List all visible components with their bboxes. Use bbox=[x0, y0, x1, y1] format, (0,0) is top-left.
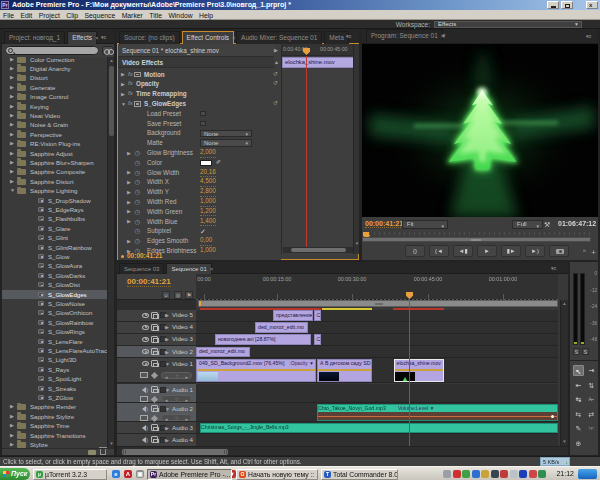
chevron-collapsed-icon[interactable]: ▶ bbox=[165, 426, 169, 431]
parameter-value[interactable]: 2,800 bbox=[200, 187, 216, 197]
tool-rate-stretch[interactable]: ↹ bbox=[573, 394, 584, 405]
track-header-audio-3[interactable]: ▶Audio 3 bbox=[117, 422, 196, 434]
clip-049-sd-background2-mov-76-45-[interactable]: 049_SD_Background2.mov [76,45%]:Opacity … bbox=[196, 359, 316, 382]
preset-button[interactable] bbox=[200, 121, 206, 126]
chevron-collapsed-icon[interactable]: ▶ bbox=[10, 414, 14, 419]
menu-help[interactable]: Help bbox=[199, 12, 213, 20]
chevron-collapsed-icon[interactable]: ▶ bbox=[10, 169, 14, 174]
tree-item-s-glowaura[interactable]: S_GlowAura bbox=[2, 261, 107, 270]
add-keyframe-icon[interactable]: ○ bbox=[175, 396, 179, 402]
waveform-toggle-icon[interactable] bbox=[151, 405, 158, 412]
track-content[interactable]: ded_moroz_edit.mo bbox=[196, 322, 558, 334]
menu-edit[interactable]: Edit bbox=[20, 12, 32, 20]
chevron-collapsed-icon[interactable]: ▶ bbox=[10, 433, 14, 438]
ec-row-matte[interactable]: MatteNone▼ bbox=[118, 138, 281, 148]
tree-item-s-glow[interactable]: S_Glow bbox=[2, 252, 107, 261]
chevron-expanded-icon[interactable]: ▼ bbox=[165, 388, 170, 393]
encore-marker-icon[interactable]: ◎ bbox=[174, 291, 182, 299]
ec-row-width-red[interactable]: ▶◷Width Red1,000 bbox=[118, 197, 281, 207]
chevron-collapsed-icon[interactable]: ▶ bbox=[127, 200, 131, 205]
track-content[interactable]: 049_SD_Background2.mov [76,45%]:Opacity … bbox=[196, 358, 558, 382]
menu-sequence[interactable]: Sequence bbox=[85, 12, 116, 20]
tree-item-sapphire-transitions[interactable]: ▶Sapphire Transitions bbox=[2, 431, 107, 440]
tree-item-sapphire-render[interactable]: ▶Sapphire Render bbox=[2, 402, 107, 411]
start-button[interactable]: Пуск bbox=[0, 468, 30, 480]
tree-item-neat-video[interactable]: ▶Neat Video bbox=[2, 111, 107, 120]
add-button-icon[interactable]: + bbox=[591, 248, 596, 257]
tree-item-keying[interactable]: ▶Keying bbox=[2, 102, 107, 111]
waveform-toggle-icon[interactable] bbox=[151, 424, 158, 431]
speaker-icon[interactable] bbox=[142, 425, 146, 431]
tray-ati-icon[interactable] bbox=[453, 470, 461, 478]
tab-program[interactable]: Program: Sequence 01 ▼ × bbox=[366, 29, 443, 42]
tree-item-distort[interactable]: ▶Distort bbox=[2, 73, 107, 82]
chevron-collapsed-icon[interactable]: ▶ bbox=[10, 132, 14, 137]
parameter-dropdown[interactable]: None▼ bbox=[200, 130, 252, 138]
menu-project[interactable]: Project bbox=[39, 12, 60, 20]
close-icon[interactable]: × bbox=[232, 32, 236, 44]
keyframe-icon[interactable] bbox=[151, 396, 158, 403]
clip-christmas-songs-jingle-bells-mp3[interactable]: Christmas_Songs_-_Jingle_Bells.mp3 bbox=[200, 423, 558, 434]
tree-item-s-glowrings[interactable]: S_GlowRings bbox=[2, 327, 107, 336]
transport-export-frame-button[interactable] bbox=[549, 245, 569, 257]
tree-item-sapphire-lighting[interactable]: ▼Sapphire Lighting bbox=[2, 186, 107, 195]
next-keyframe-icon[interactable]: ▸ bbox=[185, 374, 188, 380]
tool-slip[interactable]: ⇆ bbox=[573, 409, 584, 420]
tray-network-icon[interactable] bbox=[472, 470, 480, 478]
stopwatch-icon[interactable]: ◷ bbox=[135, 187, 141, 197]
keyframe-dot[interactable] bbox=[551, 415, 554, 418]
ec-timecode[interactable]: 00:00:41:21 bbox=[127, 252, 162, 259]
ec-row-background[interactable]: BackgroundNone▼ bbox=[118, 128, 281, 138]
speaker-icon[interactable] bbox=[142, 437, 146, 443]
chevron-collapsed-icon[interactable]: ▶ bbox=[10, 94, 14, 99]
film-icon[interactable] bbox=[151, 324, 158, 331]
menu-window[interactable]: Window bbox=[168, 12, 192, 20]
clip-keyframe-dropdown[interactable]: :Opacity ▼ bbox=[289, 360, 314, 366]
panel-menu-icon[interactable]: ▾≡ bbox=[586, 33, 595, 39]
tool-slide[interactable]: ⇄ bbox=[586, 409, 597, 420]
parameter-dropdown[interactable]: None▼ bbox=[200, 139, 252, 147]
track-content[interactable]: ded_moroz_edit.mo bbox=[196, 346, 558, 358]
ec-row-width-blue[interactable]: ▶◷Width Blue1,400 bbox=[118, 217, 281, 227]
transport-step-back-button[interactable]: ◄▮ bbox=[453, 245, 473, 257]
chevron-collapsed-icon[interactable]: ▶ bbox=[10, 122, 14, 127]
display-style-icon[interactable] bbox=[140, 372, 148, 378]
add-keyframe-icon[interactable]: ○ bbox=[175, 415, 179, 421]
preset-button[interactable] bbox=[200, 111, 206, 116]
marker-icon[interactable]: ⚑ bbox=[185, 291, 193, 299]
chevron-collapsed-icon[interactable]: ▶ bbox=[10, 404, 14, 409]
transport-go-to-out-button[interactable]: ►} bbox=[525, 245, 545, 257]
ec-clip-bar[interactable]: elochka_shine.mov bbox=[282, 57, 354, 68]
tree-item-s-dropshadow[interactable]: S_DropShadow bbox=[2, 196, 107, 205]
tab-sequence-03[interactable]: Sequence 03 bbox=[119, 263, 164, 274]
tray-punto-icon[interactable] bbox=[519, 470, 527, 478]
tree-item-sapphire-time[interactable]: ▶Sapphire Time bbox=[2, 421, 107, 430]
chevron-collapsed-icon[interactable]: ▶ bbox=[10, 160, 14, 165]
chevron-collapsed-icon[interactable]: ▶ bbox=[127, 151, 131, 156]
ec-row-motion[interactable]: ▶fxMotion↺ bbox=[118, 70, 281, 80]
tray-display-icon[interactable] bbox=[491, 470, 499, 478]
prev-keyframe-icon[interactable]: ◂ bbox=[165, 374, 168, 380]
taskbar-button-forum[interactable]: OНачать новую тему :: ... bbox=[236, 469, 318, 480]
eye-icon[interactable] bbox=[142, 313, 149, 318]
taskbar-button-utorrent[interactable]: µµTorrent 3.2.3 bbox=[33, 469, 107, 480]
chevron-collapsed-icon[interactable]: ▶ bbox=[165, 337, 169, 342]
keyframe-navigator[interactable]: ◂○▸ bbox=[161, 414, 192, 421]
ec-row-glow-width[interactable]: ▶◷Glow Width20,16 bbox=[118, 168, 281, 178]
collapse-icon[interactable]: ▲ bbox=[274, 60, 279, 65]
tree-item-s-glowdist[interactable]: S_GlowDist bbox=[2, 280, 107, 289]
film-icon[interactable] bbox=[151, 336, 158, 343]
tray-pen-icon[interactable] bbox=[510, 470, 518, 478]
chevron-collapsed-icon[interactable]: ▶ bbox=[10, 423, 14, 428]
tool-rolling-edit[interactable]: ⇅ bbox=[586, 380, 597, 391]
stopwatch-icon[interactable]: ◷ bbox=[135, 217, 141, 227]
eye-icon[interactable] bbox=[142, 361, 149, 366]
menu-file[interactable]: File bbox=[3, 12, 14, 20]
transport-loop-button[interactable]: {} bbox=[405, 245, 425, 257]
quicklaunch-acrobat-icon[interactable]: A bbox=[124, 470, 132, 478]
tab-audio-mixer-sequence-01[interactable]: Audio Mixer: Sequence 01 bbox=[236, 31, 322, 44]
tray-globe-icon[interactable] bbox=[538, 470, 546, 478]
tray-volume-icon[interactable] bbox=[481, 470, 489, 478]
chevron-collapsed-icon[interactable]: ▶ bbox=[10, 85, 14, 90]
eyedropper-icon[interactable]: ✐ bbox=[216, 159, 223, 166]
